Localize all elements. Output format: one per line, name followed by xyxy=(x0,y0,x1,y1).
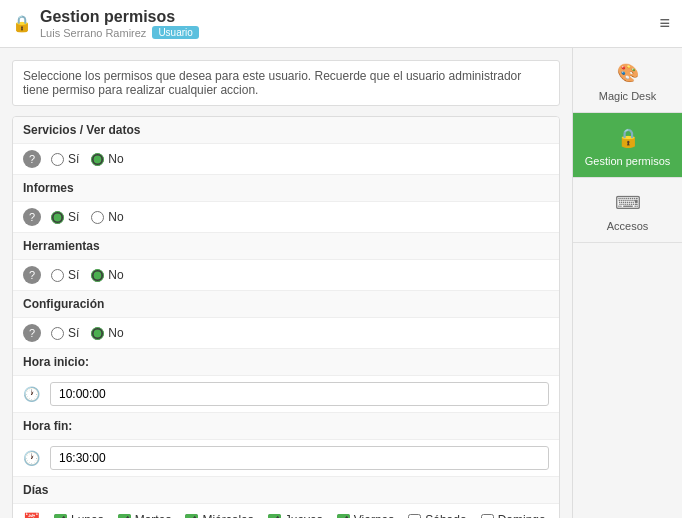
section-row-servicios: ? Sí No xyxy=(13,144,559,174)
radio-configuracion-si-input[interactable] xyxy=(51,327,64,340)
radio-servicios-si-input[interactable] xyxy=(51,153,64,166)
checkbox-sabado[interactable] xyxy=(408,514,421,519)
help-btn-informes[interactable]: ? xyxy=(23,208,41,226)
radio-informes-no[interactable]: No xyxy=(91,210,123,224)
gestion-permisos-icon: 🔒 xyxy=(617,127,639,149)
checkbox-viernes[interactable] xyxy=(337,514,350,519)
radio-servicios-si[interactable]: Sí xyxy=(51,152,79,166)
section-servicios: Servicios / Ver datos ? Sí No xyxy=(13,117,559,175)
clock-icon-start: 🕐 xyxy=(23,386,40,402)
user-name: Luis Serrano Ramirez xyxy=(40,27,146,39)
day-martes[interactable]: Martes xyxy=(118,513,172,518)
calendar-icon: 📅 xyxy=(23,512,40,518)
section-configuracion: Configuración ? Sí No xyxy=(13,291,559,349)
day-domingo[interactable]: Domingo xyxy=(481,513,546,518)
section-row-herramientas: ? Sí No xyxy=(13,260,559,290)
section-dias: Días 📅 Lunes Martes Miér xyxy=(13,477,559,518)
radio-servicios-no-input[interactable] xyxy=(91,153,104,166)
page-title: Gestion permisos xyxy=(40,8,199,26)
radio-servicios-no[interactable]: No xyxy=(91,152,123,166)
header-info: Gestion permisos Luis Serrano Ramirez Us… xyxy=(40,8,199,39)
info-text: Seleccione los permisos que desea para e… xyxy=(12,60,560,106)
radio-informes-no-input[interactable] xyxy=(91,211,104,224)
section-header-informes: Informes xyxy=(13,175,559,202)
section-herramientas: Herramientas ? Sí No xyxy=(13,233,559,291)
time-start-header: Hora inicio: xyxy=(13,349,559,376)
radio-herramientas-no[interactable]: No xyxy=(91,268,123,282)
checkbox-domingo[interactable] xyxy=(481,514,494,519)
sidebar-label-gestion-permisos: Gestion permisos xyxy=(585,155,671,167)
radio-configuracion-no-input[interactable] xyxy=(91,327,104,340)
sidebar-item-accesos[interactable]: ⌨ Accesos xyxy=(573,178,682,243)
help-btn-servicios[interactable]: ? xyxy=(23,150,41,168)
header-left: 🔒 Gestion permisos Luis Serrano Ramirez … xyxy=(12,8,199,39)
help-btn-configuracion[interactable]: ? xyxy=(23,324,41,342)
time-start-row: 🕐 xyxy=(13,376,559,412)
radio-group-servicios: Sí No xyxy=(51,152,549,166)
section-header-herramientas: Herramientas xyxy=(13,233,559,260)
radio-herramientas-no-input[interactable] xyxy=(91,269,104,282)
sidebar: 🎨 Magic Desk 🔒 Gestion permisos ⌨ Acceso… xyxy=(572,48,682,518)
content-area: Seleccione los permisos que desea para e… xyxy=(0,48,572,518)
app-header: 🔒 Gestion permisos Luis Serrano Ramirez … xyxy=(0,0,682,48)
day-lunes[interactable]: Lunes xyxy=(54,513,104,518)
days-header: Días xyxy=(13,477,559,504)
user-badge: Usuario xyxy=(152,26,198,39)
radio-herramientas-si-input[interactable] xyxy=(51,269,64,282)
radio-configuracion-no[interactable]: No xyxy=(91,326,123,340)
clock-icon-end: 🕐 xyxy=(23,450,40,466)
radio-herramientas-si[interactable]: Sí xyxy=(51,268,79,282)
section-header-configuracion: Configuración xyxy=(13,291,559,318)
sidebar-item-magic-desk[interactable]: 🎨 Magic Desk xyxy=(573,48,682,113)
time-end-input[interactable] xyxy=(50,446,549,470)
checkbox-miercoles[interactable] xyxy=(185,514,198,519)
day-jueves[interactable]: Jueves xyxy=(268,513,323,518)
sidebar-label-magic-desk: Magic Desk xyxy=(599,90,656,102)
section-row-configuracion: ? Sí No xyxy=(13,318,559,348)
checkbox-lunes[interactable] xyxy=(54,514,67,519)
checkbox-martes[interactable] xyxy=(118,514,131,519)
days-row: 📅 Lunes Martes Miércoles xyxy=(13,504,559,518)
radio-informes-si-input[interactable] xyxy=(51,211,64,224)
radio-informes-si[interactable]: Sí xyxy=(51,210,79,224)
sidebar-label-accesos: Accesos xyxy=(607,220,649,232)
radio-configuracion-si[interactable]: Sí xyxy=(51,326,79,340)
radio-group-herramientas: Sí No xyxy=(51,268,549,282)
day-viernes[interactable]: Viernes xyxy=(337,513,394,518)
day-sabado[interactable]: Sábado xyxy=(408,513,466,518)
time-start-input[interactable] xyxy=(50,382,549,406)
lock-icon: 🔒 xyxy=(12,14,32,33)
section-header-servicios: Servicios / Ver datos xyxy=(13,117,559,144)
main-layout: Seleccione los permisos que desea para e… xyxy=(0,48,682,518)
accesos-icon: ⌨ xyxy=(615,192,641,214)
radio-group-informes: Sí No xyxy=(51,210,549,224)
hamburger-button[interactable]: ≡ xyxy=(659,13,670,34)
section-informes: Informes ? Sí No xyxy=(13,175,559,233)
time-end-row: 🕐 xyxy=(13,440,559,476)
header-subtitle: Luis Serrano Ramirez Usuario xyxy=(40,26,199,39)
section-hora-inicio: Hora inicio: 🕐 xyxy=(13,349,559,413)
section-row-informes: ? Sí No xyxy=(13,202,559,232)
day-miercoles[interactable]: Miércoles xyxy=(185,513,253,518)
magic-desk-icon: 🎨 xyxy=(617,62,639,84)
section-hora-fin: Hora fin: 🕐 xyxy=(13,413,559,477)
help-btn-herramientas[interactable]: ? xyxy=(23,266,41,284)
radio-group-configuracion: Sí No xyxy=(51,326,549,340)
form-panel: Servicios / Ver datos ? Sí No xyxy=(12,116,560,518)
checkbox-jueves[interactable] xyxy=(268,514,281,519)
sidebar-item-gestion-permisos[interactable]: 🔒 Gestion permisos xyxy=(573,113,682,178)
time-end-header: Hora fin: xyxy=(13,413,559,440)
